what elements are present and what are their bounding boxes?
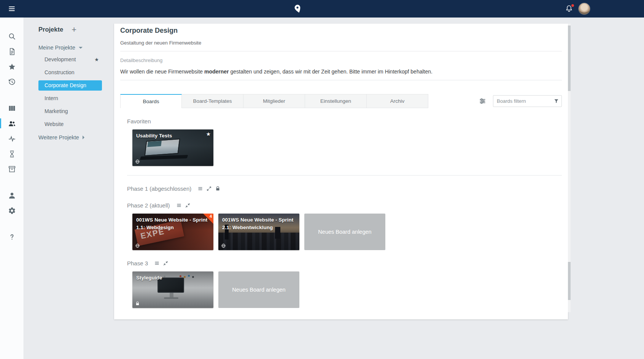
section-list-button[interactable] [176,203,182,208]
list-icon [176,203,182,208]
user-avatar[interactable] [579,3,590,14]
globe-icon [221,243,226,248]
rail-item-document[interactable] [0,44,24,59]
archive-icon [8,165,16,173]
tab-einstellungen[interactable]: Einstellungen [305,94,367,108]
page-title: Corporate Design [120,27,562,35]
filter-funnel-icon[interactable] [553,98,559,104]
menu-button[interactable] [8,5,16,13]
tab-archiv[interactable]: Archiv [367,94,428,108]
board-card-001ws-neue-website-sprint-1-1-webdesign[interactable]: EXPE001WS Neue Website - Sprint 1.1: Web… [132,214,213,250]
section-title: Phase 1 (abgeschlossen) [127,185,191,192]
scrollbar-thumb[interactable] [568,26,571,91]
history-icon [8,78,16,86]
app-body: Projekte + Meine Projekte Development★Co… [0,18,644,359]
collapse-icon [185,203,191,208]
tabs-right-controls [479,95,562,107]
sidebar-item-development[interactable]: Development★ [38,53,102,66]
group-label: Meine Projekte [38,45,75,51]
rail-item-archive[interactable] [0,161,24,177]
tab-board-templates[interactable]: Board-Templates [182,94,243,108]
project-overview-card: Corporate Design Gestaltung der neuen Fi… [114,24,568,319]
project-label: Development [45,56,94,62]
project-description: Wir wollen die neue Firmenwebsite modern… [120,68,562,75]
rail-item-search[interactable] [0,29,24,44]
sidebar-group-weitere-projekte[interactable]: Weitere Projekte [38,132,102,143]
boards-filter [493,95,562,107]
board-section-phase-2-aktuell: Phase 2 (aktuell)EXPE001WS Neue Website … [127,201,562,250]
notifications-button[interactable] [565,5,573,13]
boards-filter-input[interactable] [493,95,562,107]
sidebar-item-corporate-design[interactable]: Corporate Design [38,80,102,91]
projects-panel: Projekte + Meine Projekte Development★Co… [24,18,114,359]
list-icon [197,186,203,191]
tune-icon [479,97,486,105]
topbar [0,0,644,18]
description-text: gestalten und zeigen, dass wir mit der Z… [229,69,433,75]
section-title: Phase 2 (aktuell) [127,202,170,209]
description-text: Wir wollen die neue Firmenwebsite [120,69,204,75]
section-title: Phase 3 [127,260,148,266]
rail-item-help[interactable] [0,229,24,244]
add-board-card[interactable]: Neues Board anlegen [218,271,299,308]
divider [120,51,562,51]
section-list-button[interactable] [154,260,160,266]
project-label: Marketing [45,108,99,114]
sidebar-item-website[interactable]: Website [38,118,102,131]
board-section-phase-3: Phase 3StyleguideNeues Board anlegen [127,259,562,308]
tab-boards[interactable]: Boards [120,94,182,108]
scrollbar-track[interactable] [568,24,571,312]
hourglass-icon [8,150,16,158]
rail-item-star[interactable] [0,59,24,74]
rail-item-activity[interactable] [0,131,24,146]
sidebar-item-intern[interactable]: Intern [38,92,102,105]
section-lock-button[interactable] [215,186,221,191]
project-label: Website [45,121,99,127]
list-icon [154,260,160,266]
sidebar-item-construction[interactable]: Construction [38,66,102,79]
tab-mitglieder[interactable]: Mitglieder [243,94,305,108]
board-title: 001WS Neue Website - Sprint 2.1: Webentw… [218,214,299,234]
chevron-down-icon [79,47,83,49]
sidebar-group-meine-projekte[interactable]: Meine Projekte [38,42,102,53]
board-section-favoriten: FavoritenUsability Tests★ [127,117,562,166]
activity-icon [8,135,16,143]
add-board-card[interactable]: Neues Board anlegen [304,214,385,250]
section-collapse-button[interactable] [185,203,191,208]
divider [127,175,562,176]
favorite-star-icon[interactable]: ★ [94,57,99,62]
hamburger-menu-icon [8,5,16,13]
globe-icon [135,243,140,248]
globe-icon [135,159,140,164]
section-expand-button[interactable] [206,186,212,191]
boards-icon [8,104,16,112]
rail-item-settings[interactable] [0,203,24,218]
panel-title: Projekte [38,26,63,33]
icon-rail [0,18,24,359]
section-title: Favoriten [127,118,151,124]
rail-item-history[interactable] [0,74,24,89]
add-project-button[interactable]: + [72,26,76,33]
board-favorite-star-icon[interactable]: ★ [206,131,211,137]
board-card-001ws-neue-website-sprint-2-1-webentwicklung[interactable]: 001WS Neue Website - Sprint 2.1: Webentw… [218,214,299,250]
section-list-button[interactable] [197,186,203,191]
board-title: Usability Tests [132,129,213,142]
team-icon [8,120,16,128]
rail-item-user[interactable] [0,188,24,203]
page-subtitle: Gestaltung der neuen Firmenwebsite [120,40,562,46]
section-collapse-button[interactable] [163,260,169,266]
rail-item-team[interactable] [0,116,24,131]
sidebar-item-marketing[interactable]: Marketing [38,105,102,118]
rail-item-hourglass[interactable] [0,146,24,161]
board-card-usability-tests[interactable]: Usability Tests★ [132,129,213,166]
notification-badge [571,3,575,8]
project-list: Development★ConstructionCorporate Design… [38,53,102,131]
scrollbar-thumb[interactable] [568,262,571,300]
tabs-row: BoardsBoard-TemplatesMitgliederEinstellu… [120,94,562,108]
view-options-button[interactable] [479,97,486,105]
rail-item-boards[interactable] [0,101,24,116]
help-icon [8,233,16,241]
detail-label: Detailbeschreibung [120,57,562,63]
board-card-styleguide[interactable]: Styleguide [132,271,213,308]
tab-bar: BoardsBoard-TemplatesMitgliederEinstellu… [120,94,428,108]
